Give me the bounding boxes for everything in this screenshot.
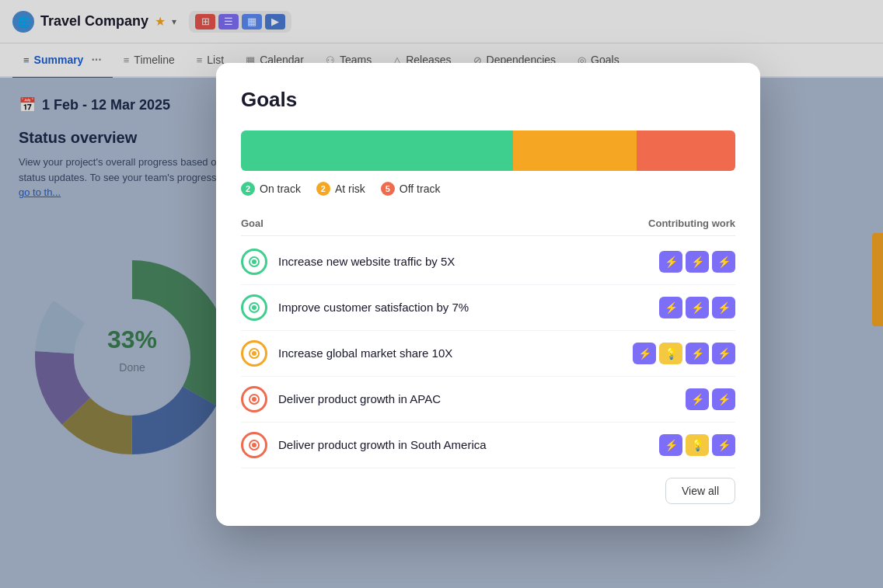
status-legend: 2 On track 2 At risk 5 Off track [241,182,735,196]
clearfix: View all [241,468,735,504]
work-icon-1c[interactable]: ⚡ [712,251,735,273]
work-icon-3a[interactable]: ⚡ [633,343,656,364]
on-track-dot: 2 [241,182,255,196]
goal-text-3: Increase global market share 10X [278,346,452,360]
goal-row-2[interactable]: Improve customer satisfaction by 7% ⚡ ⚡ … [241,285,735,331]
goal-row-3[interactable]: Increase global market share 10X ⚡ 💡 ⚡ ⚡ [241,331,735,377]
off-track-segment [637,130,735,171]
goals-table-header: Goal Contributing work [241,217,735,236]
goal-status-icon-1 [241,249,267,275]
modal-overlay[interactable]: Goals 2 On track 2 At risk 5 Off track G [0,0,883,588]
goal-status-icon-2 [241,294,267,321]
goal-column-header: Goal [241,217,264,229]
at-risk-dot: 2 [316,182,330,196]
goal-row-5[interactable]: Deliver product growth in South America … [241,423,735,468]
goal-text-1: Increase new website traffic by 5X [278,255,455,268]
work-icon-1b[interactable]: ⚡ [686,251,709,273]
goal-dot-1 [252,259,257,264]
goal-left-2: Improve customer satisfaction by 7% [241,294,469,321]
goals-modal: Goals 2 On track 2 At risk 5 Off track G [216,63,760,526]
work-icon-2a[interactable]: ⚡ [659,297,682,318]
goal-dot-4 [252,397,257,402]
goal-status-icon-4 [241,386,267,412]
goal-dot-3 [252,351,257,356]
work-icon-4a[interactable]: ⚡ [686,388,709,410]
work-icon-2c[interactable]: ⚡ [712,297,735,318]
off-track-legend: 5 Off track [381,182,441,196]
goal-text-4: Deliver product growth in APAC [278,392,441,405]
goal-status-icon-3 [241,340,267,367]
work-icon-3d[interactable]: ⚡ [712,343,735,364]
work-icons-3: ⚡ 💡 ⚡ ⚡ [633,343,735,364]
work-icons-5: ⚡ 💡 ⚡ [659,434,735,456]
goal-row-4[interactable]: Deliver product growth in APAC ⚡ ⚡ [241,377,735,423]
goal-dot-5 [252,443,257,447]
work-icon-5b[interactable]: 💡 [686,434,709,456]
goal-left-1: Increase new website traffic by 5X [241,249,455,275]
work-icons-4: ⚡ ⚡ [686,388,735,410]
work-icon-2b[interactable]: ⚡ [686,297,709,318]
work-icons-2: ⚡ ⚡ ⚡ [659,297,735,318]
goal-left-3: Increase global market share 10X [241,340,452,367]
at-risk-label: At risk [335,183,365,195]
contributing-column-header: Contributing work [648,217,735,229]
at-risk-segment [513,130,637,171]
work-icon-3c[interactable]: ⚡ [686,343,709,364]
goal-status-icon-5 [241,432,267,458]
on-track-legend: 2 On track [241,182,301,196]
at-risk-legend: 2 At risk [316,182,365,196]
view-all-button[interactable]: View all [665,478,735,504]
goals-progress-bar [241,130,735,171]
work-icon-4b[interactable]: ⚡ [712,388,735,410]
work-icon-5c[interactable]: ⚡ [712,434,735,456]
goal-left-5: Deliver product growth in South America [241,432,487,458]
goal-text-5: Deliver product growth in South America [278,438,487,451]
goal-row-1[interactable]: Increase new website traffic by 5X ⚡ ⚡ ⚡ [241,239,735,285]
on-track-label: On track [260,183,301,195]
goal-left-4: Deliver product growth in APAC [241,386,441,412]
goal-text-2: Improve customer satisfaction by 7% [278,301,469,314]
work-icon-1a[interactable]: ⚡ [659,251,682,273]
work-icon-3b[interactable]: 💡 [659,343,682,364]
off-track-label: Off track [400,183,441,195]
off-track-dot: 5 [381,182,395,196]
goal-dot-2 [252,305,257,310]
work-icon-5a[interactable]: ⚡ [659,434,682,456]
work-icons-1: ⚡ ⚡ ⚡ [659,251,735,273]
on-track-segment [241,130,513,171]
modal-title: Goals [241,88,735,112]
